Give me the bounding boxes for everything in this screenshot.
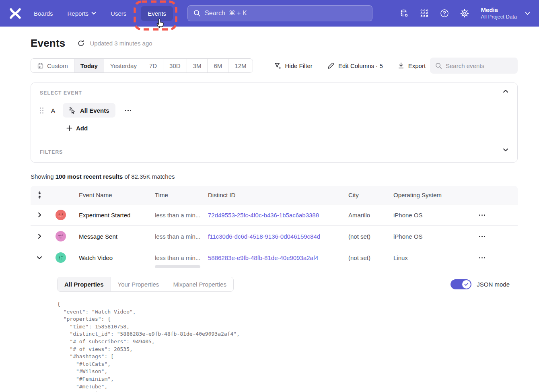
chevron-down-icon[interactable] [525,12,530,15]
event-more-button[interactable] [123,107,134,113]
filters-label: FILTERS [40,149,63,155]
page-header: Events Updated 3 minutes ago [31,37,518,50]
updated-timestamp: Updated 3 minutes ago [90,40,152,47]
filters-section[interactable]: FILTERS [31,141,517,162]
avatar [56,231,66,241]
tab-your-properties[interactable]: Your Properties [111,277,166,291]
hide-filter-label: Hide Filter [285,62,313,69]
expand-row-button[interactable] [31,212,48,218]
distinct-id-link[interactable]: 5886283e-e9fb-48fb-81de-40e9093a2af4 [208,254,318,261]
table-row[interactable]: Message Sent less than a min... f11c30d6… [31,225,518,247]
json-mode-control: JSON mode [451,279,510,289]
date-option-12m[interactable]: 12M [228,59,252,72]
apps-grid-icon [420,8,429,18]
tab-mixpanel-properties[interactable]: Mixpanel Properties [166,277,233,291]
row-actions-button[interactable] [477,233,518,239]
global-search[interactable] [187,5,372,21]
table-row[interactable]: Experiment Started less than a min... 72… [31,204,518,225]
search-icon [435,62,442,69]
events-table: Event Name Time Distinct ID City Operati… [31,186,518,392]
mixpanel-logo-icon[interactable] [9,7,22,20]
collapse-row-button[interactable] [31,256,48,260]
project-scope: All Project Data [481,14,517,20]
distinct-id-link[interactable]: f11c30d6-dc6d-4518-9136-0d046159c84d [208,233,320,240]
hide-filter-button[interactable]: Hide Filter [274,62,313,70]
avatar [56,210,66,220]
event-city: (not set) [348,233,393,240]
column-header-time[interactable]: Time [155,192,208,198]
row-actions-button[interactable] [477,255,518,261]
plus-icon [66,125,72,131]
event-os: iPhone OS [393,233,466,240]
nav-item-users[interactable]: Users [111,10,126,17]
nav-item-events[interactable]: Events [141,6,173,21]
project-selector[interactable]: Media All Project Data [481,6,517,21]
json-mode-toggle[interactable] [451,279,471,289]
date-option-today[interactable]: Today [74,59,104,72]
nav-items: Boards Reports Users Events [34,6,173,21]
settings-button[interactable] [457,6,472,21]
event-detail-panel: All Properties Your Properties Mixpanel … [31,268,518,392]
column-header-event-name[interactable]: Event Name [79,192,155,198]
date-option-6m[interactable]: 6M [207,59,228,72]
summary-prefix: Showing [31,173,56,180]
tab-all-properties[interactable]: All Properties [58,277,111,291]
event-json-viewer: { "event": "Watch Video", "properties": … [57,301,510,392]
event-time: less than a min... [155,233,208,240]
date-option-yesterday[interactable]: Yesterday [104,59,143,72]
chevron-up-icon[interactable] [503,89,508,93]
chevron-down-icon [37,256,42,260]
add-event-button[interactable]: Add [66,125,88,132]
distinct-id-link[interactable]: 72d49553-25fc-4f0c-b436-1b5ac6ab3388 [208,212,319,219]
download-icon [397,62,405,69]
add-label: Add [76,125,88,132]
query-builder-card: SELECT EVENT A All Events [31,83,518,163]
row-actions-button[interactable] [477,212,518,218]
nav-item-boards[interactable]: Boards [34,10,53,17]
edit-columns-button[interactable]: Edit Columns · 5 [327,62,383,70]
column-header-distinct-id[interactable]: Distinct ID [208,192,348,198]
refresh-icon[interactable] [77,39,85,47]
help-button[interactable] [437,6,452,21]
search-events-input[interactable] [446,62,512,69]
help-icon [440,8,449,18]
table-toolbar: Hide Filter Edit Columns · 5 Export [274,62,426,70]
data-management-icon [399,8,409,18]
event-city: (not set) [348,254,393,261]
event-os: iPhone OS [393,212,466,219]
properties-tabs: All Properties Your Properties Mixpanel … [57,277,234,292]
data-management-button[interactable] [397,6,411,21]
date-option-7d[interactable]: 7D [143,59,163,72]
chevron-down-icon[interactable] [503,148,508,152]
event-selector-chip[interactable]: All Events [63,103,115,118]
event-time: less than a min... [155,212,208,219]
date-range-picker: Custom Today Yesterday 7D 30D 3M 6M 12M [31,58,253,73]
page-title: Events [31,37,65,50]
global-search-input[interactable] [205,10,366,17]
event-name: Message Sent [79,233,155,240]
date-option-label: Custom [47,62,68,69]
collapse-all-rows-button[interactable] [31,191,48,199]
nav-right: Media All Project Data [397,6,530,21]
export-button[interactable]: Export [397,62,426,69]
column-header-os[interactable]: Operating System [393,192,466,198]
date-option-custom[interactable]: Custom [31,59,74,72]
expand-row-button[interactable] [31,233,48,239]
settings-icon [460,8,469,18]
nav-item-reports[interactable]: Reports [68,10,97,17]
date-option-3m[interactable]: 3M [187,59,208,72]
select-event-label: SELECT EVENT [40,90,508,96]
table-row-expanded[interactable]: Watch Video less than a min... 5886283e-… [31,247,518,268]
select-event-section: SELECT EVENT A All Events [31,83,517,141]
apps-grid-button[interactable] [417,6,432,21]
date-option-30d[interactable]: 30D [163,59,187,72]
magic-select-icon [69,107,76,114]
horizontal-scrollbar-thumb[interactable] [155,265,200,268]
pencil-icon [327,62,335,70]
search-events-field[interactable] [430,58,518,74]
drag-handle-icon[interactable] [40,107,43,113]
column-header-city[interactable]: City [348,192,393,198]
summary-suffix: of 82.35K matches [123,173,175,180]
filter-plus-icon [274,62,282,70]
nav-item-reports-label: Reports [68,10,89,17]
